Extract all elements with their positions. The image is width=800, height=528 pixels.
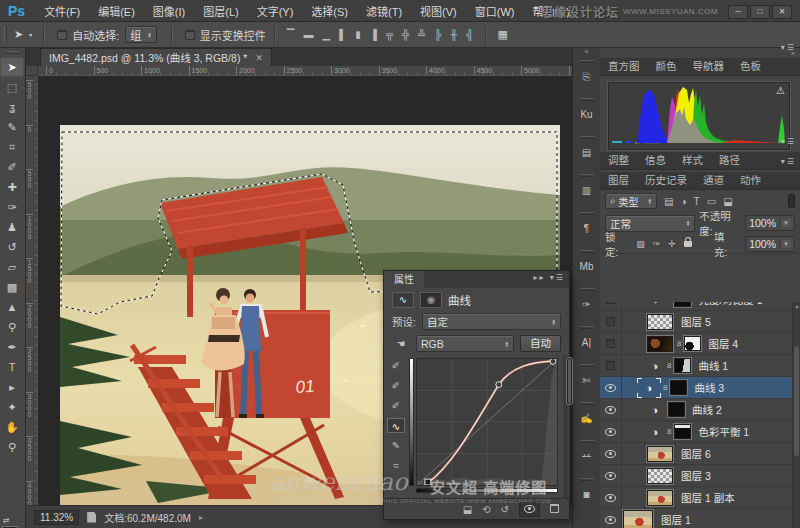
layer-thumbnail[interactable] — [647, 490, 673, 506]
histogram-warning-icon[interactable]: ⚠ — [776, 85, 785, 96]
menu-item[interactable]: 滤镜(T) — [357, 3, 411, 19]
tool-button[interactable]: ✑ — [0, 197, 24, 217]
tool-button[interactable]: ↺ — [0, 237, 24, 257]
align-icon[interactable]: ▬ — [303, 29, 313, 40]
tool-button[interactable]: ✚ — [0, 177, 24, 197]
align-icon[interactable]: ╠ — [434, 29, 441, 40]
view-previous-icon[interactable]: ⟲ — [482, 504, 490, 515]
align-icon[interactable]: ╫ — [450, 29, 457, 40]
tool-button[interactable]: ✐ — [0, 157, 24, 177]
auto-align-icon[interactable]: ▦ — [494, 28, 510, 41]
dock-grip[interactable] — [580, 136, 594, 139]
align-icon[interactable]: ▐ — [370, 29, 377, 40]
panel-menu-icon[interactable]: ▾☰ — [781, 137, 796, 146]
layer-row-selected[interactable]: ◑ 8 曲线 3 — [600, 377, 800, 399]
auto-select-dropdown[interactable]: 组 ▲▼ — [125, 26, 156, 43]
visibility-eye-icon[interactable] — [519, 502, 540, 517]
menu-item[interactable]: 文字(Y) — [248, 3, 303, 19]
filter-type-dropdown[interactable]: ⌕ 类型 ▲▼ — [605, 193, 657, 209]
layer-row-partial[interactable]: ◑ 8 亮度/对比度 1 — [600, 302, 800, 311]
tool-button[interactable]: T — [0, 357, 24, 377]
pencil-curve-icon[interactable]: ✎ — [387, 438, 405, 453]
layer-row[interactable]: 8 图层 4 — [600, 333, 800, 355]
menu-item[interactable]: 图像(I) — [144, 3, 194, 19]
tool-button[interactable]: ✎ — [0, 117, 24, 137]
align-icon[interactable]: ▔ — [287, 29, 295, 40]
dock-panel-icon[interactable]: Ku — [575, 103, 599, 127]
status-menu-arrow-icon[interactable]: ▸ — [199, 513, 203, 522]
minimize-button[interactable]: ─ — [728, 5, 748, 19]
edit-points-icon[interactable]: ∿ — [387, 418, 405, 433]
layer-row[interactable]: ◑ 8 色彩平衡 1 — [600, 421, 800, 443]
black-point-eyedropper-icon[interactable]: ✐ — [387, 358, 405, 373]
dock-grip[interactable] — [580, 98, 594, 101]
dock-panel-icon[interactable]: ¶ — [575, 217, 599, 241]
dock-panel-icon[interactable]: ✍ — [575, 407, 599, 431]
maximize-button[interactable]: □ — [750, 5, 770, 19]
layer-row[interactable]: 图层 3 — [600, 465, 800, 487]
dock-grip[interactable] — [580, 174, 594, 177]
layer-row[interactable]: 图层 1 副本 — [600, 487, 800, 509]
dock-panel-icon[interactable]: ✑ — [575, 293, 599, 317]
filter-toggle[interactable] — [788, 194, 795, 208]
align-icon[interactable]: ╦ — [386, 29, 393, 40]
align-icon[interactable]: ╬ — [402, 29, 409, 40]
tool-button[interactable]: ▸ — [0, 377, 24, 397]
zoom-level-field[interactable]: 11.32% — [34, 510, 79, 525]
tool-button[interactable]: ▩ — [0, 277, 24, 297]
tool-button[interactable]: ⚲ — [0, 437, 24, 457]
panel-menu-icon[interactable]: ▾☰ — [781, 157, 796, 166]
panel-tab[interactable]: 颜色 — [648, 57, 685, 75]
gray-point-eyedropper-icon[interactable]: ✐ — [387, 378, 405, 393]
white-point-eyedropper-icon[interactable]: ✐ — [387, 398, 405, 413]
visibility-toggle[interactable] — [606, 317, 615, 326]
preset-dropdown[interactable]: 自定 ▲▼ — [422, 313, 561, 330]
layer-mask-thumbnail[interactable] — [674, 302, 691, 307]
horizontal-ruler[interactable]: 0500100015002000250030003500400045005000… — [38, 66, 572, 76]
toolbar-grip[interactable] — [6, 51, 19, 54]
panel-tab[interactable]: 调整 — [600, 151, 637, 169]
targeted-adjust-icon[interactable]: ☚ — [392, 336, 410, 351]
smooth-curve-icon[interactable]: ≈ — [387, 458, 405, 473]
layer-mask-thumbnail[interactable] — [684, 336, 701, 351]
tool-button[interactable]: ➤ — [0, 57, 24, 77]
tool-button[interactable]: ▲ — [0, 297, 24, 317]
tool-button[interactable]: ✒ — [0, 337, 24, 357]
visibility-eye-icon[interactable] — [605, 494, 616, 502]
align-icon[interactable]: ▌ — [339, 29, 346, 40]
menu-item[interactable]: 图层(L) — [194, 3, 247, 19]
panel-menu-icon[interactable]: ▸▸ ▾☰ — [534, 273, 565, 282]
dock-grip[interactable] — [580, 478, 594, 481]
layer-mask-thumbnail[interactable] — [668, 402, 685, 417]
dock-grip[interactable] — [580, 402, 594, 405]
layer-thumbnail[interactable] — [647, 446, 673, 462]
visibility-eye-icon[interactable] — [605, 472, 616, 480]
visibility-eye-icon[interactable] — [605, 384, 616, 392]
visibility-eye-icon[interactable] — [605, 406, 616, 414]
lock-transparent-icon[interactable]: ▨ — [636, 239, 645, 249]
tool-button[interactable]: ⌗ — [0, 137, 24, 157]
tool-button[interactable]: ⬚ — [0, 77, 24, 97]
dock-panel-icon[interactable]: ▥ — [575, 179, 599, 203]
panel-tab[interactable]: 图层 — [600, 171, 637, 189]
tool-button[interactable]: ✦ — [0, 397, 24, 417]
menu-item[interactable]: 文件(F) — [35, 3, 89, 19]
auto-button[interactable]: 自动 — [520, 335, 561, 352]
layer-thumbnail[interactable] — [647, 314, 673, 330]
collapse-dock-icon[interactable]: « — [573, 48, 600, 58]
layers-scrollbar[interactable]: ▲ ▼ — [792, 302, 800, 528]
tool-button[interactable]: ♟ — [0, 217, 24, 237]
reset-icon[interactable]: ↺ — [501, 504, 509, 515]
visibility-eye-icon[interactable] — [605, 450, 616, 458]
layer-mask-thumbnail[interactable] — [674, 424, 691, 439]
tab-close-icon[interactable]: ✕ — [255, 53, 263, 63]
panel-tab[interactable]: 路径 — [711, 151, 748, 169]
dock-panel-icon[interactable]: 䒑 — [575, 445, 599, 469]
layer-row[interactable]: ◑ 曲线 2 — [600, 399, 800, 421]
visibility-eye-icon[interactable] — [605, 428, 616, 436]
filter-pixel-layers-icon[interactable]: ▤ — [664, 196, 673, 207]
layer-thumbnail[interactable] — [647, 468, 673, 484]
filter-type-layers-icon[interactable]: T — [694, 196, 700, 207]
show-transform-checkbox[interactable] — [185, 30, 195, 40]
tool-button[interactable]: ʓ — [0, 97, 24, 117]
